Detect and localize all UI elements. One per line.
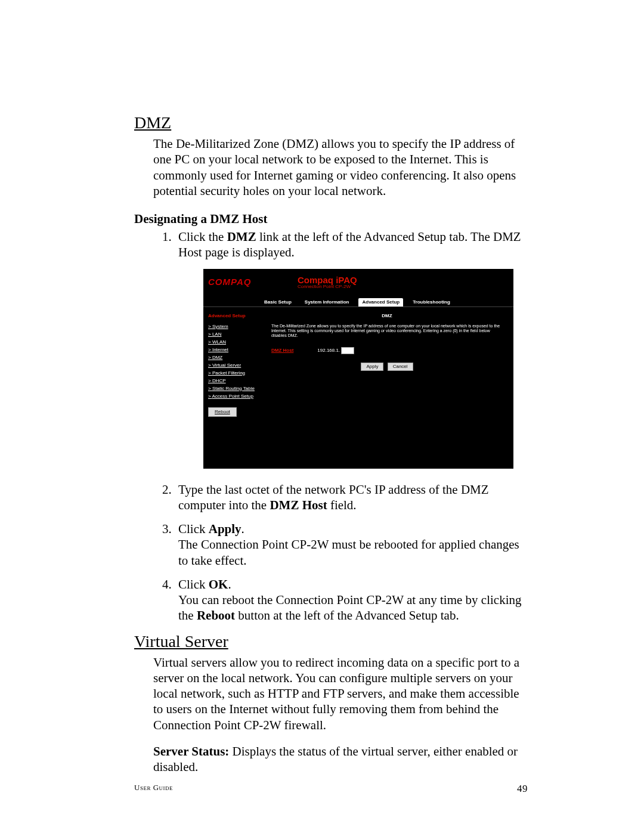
content-panel: DMZ The De-Militarized Zone allows you t… <box>261 307 513 469</box>
paragraph-vs-intro: Virtual servers allow you to redirect in… <box>153 655 528 733</box>
step-bold: OK <box>209 577 228 592</box>
paragraph-server-status: Server Status: Displays the status of th… <box>153 744 528 775</box>
sidebar-item-virtual-server[interactable]: Virtual Server <box>208 363 256 368</box>
tab-bar: Basic Setup System Information Advanced … <box>203 296 513 307</box>
step-bold: DMZ Host <box>270 498 327 512</box>
heading-designating: Designating a DMZ Host <box>134 212 528 227</box>
app-subtitle: Connection Point CP-2W <box>298 284 357 289</box>
footer-left: User Guide <box>134 783 173 795</box>
step-text: . <box>242 522 244 536</box>
instruction-item: Click OK. You can reboot the Connection … <box>175 577 528 624</box>
step-bold: Apply <box>209 522 242 536</box>
cancel-button[interactable]: Cancel <box>388 363 413 371</box>
step-continuation-bold: Reboot <box>197 608 235 623</box>
step-text: Click the <box>178 230 227 244</box>
app-title: Compaq iPAQ <box>298 275 357 284</box>
sidebar-item-static-routing[interactable]: Static Routing Table <box>208 386 256 392</box>
sidebar-item-internet[interactable]: Internet <box>208 347 256 353</box>
sidebar-item-wlan[interactable]: WLAN <box>208 339 256 345</box>
step-text: Click <box>178 577 209 592</box>
tab-advanced-setup[interactable]: Advanced Setup <box>358 298 403 306</box>
step-text: field. <box>327 498 357 512</box>
paragraph-dmz-intro: The De-Militarized Zone (DMZ) allows you… <box>153 136 528 199</box>
instruction-list: Click the DMZ link at the left of the Ad… <box>175 229 528 624</box>
server-status-label: Server Status: <box>153 744 229 758</box>
sidebar: Advanced Setup System LAN WLAN Internet … <box>203 307 261 469</box>
step-bold: DMZ <box>227 230 256 244</box>
heading-virtual-server: Virtual Server <box>134 632 528 651</box>
instruction-item: Click Apply. The Connection Point CP-2W … <box>175 521 528 568</box>
brand-logo: COMPAQ <box>208 277 262 288</box>
sidebar-item-packet-filtering[interactable]: Packet Filtering <box>208 370 256 376</box>
tab-troubleshooting[interactable]: Troubleshooting <box>409 298 454 306</box>
instruction-item: Type the last octet of the network PC's … <box>175 482 528 513</box>
instruction-item: Click the DMZ link at the left of the Ad… <box>175 229 528 469</box>
step-text: . <box>228 577 231 592</box>
dmz-host-label: DMZ Host <box>271 348 293 354</box>
apply-button[interactable]: Apply <box>361 363 383 371</box>
tab-basic-setup[interactable]: Basic Setup <box>261 298 295 306</box>
sidebar-heading: Advanced Setup <box>208 313 256 319</box>
step-continuation: button at the left of the Advanced Setup… <box>235 608 459 623</box>
heading-dmz: DMZ <box>134 113 528 132</box>
panel-description: The De-Militarized Zone allows you to sp… <box>271 324 503 339</box>
panel-title: DMZ <box>271 313 503 319</box>
ip-prefix: 192.168.1. <box>317 348 340 354</box>
sidebar-item-system[interactable]: System <box>208 324 256 330</box>
page-number: 49 <box>517 783 528 795</box>
tab-system-information[interactable]: System Information <box>301 298 353 306</box>
dmz-host-input[interactable] <box>341 347 354 354</box>
sidebar-item-lan[interactable]: LAN <box>208 332 256 337</box>
sidebar-item-access-point[interactable]: Access Point Setup <box>208 394 256 400</box>
sidebar-item-dhcp[interactable]: DHCP <box>208 378 256 384</box>
reboot-button[interactable]: Reboot <box>208 407 237 417</box>
step-text: Click <box>178 522 209 536</box>
step-continuation: The Connection Point CP-2W must be reboo… <box>178 537 528 568</box>
sidebar-item-dmz[interactable]: DMZ <box>208 355 256 361</box>
page-footer: User Guide 49 <box>134 783 528 795</box>
router-screenshot: COMPAQ Compaq iPAQ Connection Point CP-2… <box>203 269 513 469</box>
